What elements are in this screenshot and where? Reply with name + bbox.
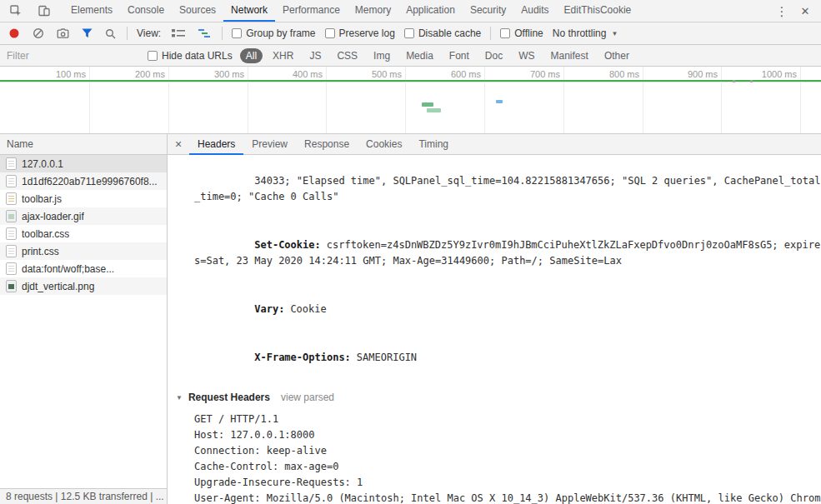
- tab-editthiscookie[interactable]: EditThisCookie: [557, 0, 639, 22]
- checkbox-label: Offline: [514, 27, 543, 39]
- view-parsed-link[interactable]: view parsed: [281, 390, 334, 406]
- tick-label: 900 ms: [688, 69, 721, 79]
- tab-application[interactable]: Application: [398, 0, 463, 22]
- show-overview-icon[interactable]: [196, 27, 213, 40]
- clear-icon[interactable]: [31, 26, 46, 41]
- header-value: Cookie: [290, 303, 326, 315]
- filter-pill-other[interactable]: Other: [598, 48, 635, 63]
- image-icon: [6, 210, 17, 222]
- close-details-icon[interactable]: ×: [168, 137, 189, 151]
- preserve-log-checkbox[interactable]: Preserve log: [325, 27, 395, 39]
- request-row[interactable]: 1d1df6220ab711e9996760f8...: [0, 172, 167, 190]
- disable-cache-checkbox[interactable]: Disable cache: [404, 27, 481, 39]
- waterfall-bar: [427, 108, 441, 112]
- gridline: [248, 67, 248, 133]
- tab-preview[interactable]: Preview: [243, 134, 296, 155]
- stylesheet-icon: [6, 227, 17, 240]
- network-main: Name 127.0.0.1 1d1df6220ab711e9996760f8.…: [0, 134, 821, 504]
- request-row[interactable]: djdt_vertical.png: [0, 277, 167, 295]
- request-name: ajax-loader.gif: [22, 211, 84, 222]
- filter-pill-doc[interactable]: Doc: [479, 48, 508, 63]
- tab-response[interactable]: Response: [296, 134, 358, 155]
- request-name: toolbar.js: [22, 193, 62, 205]
- device-toolbar-icon[interactable]: [37, 3, 52, 18]
- tab-sources[interactable]: Sources: [172, 0, 223, 22]
- group-by-frame-checkbox[interactable]: Group by frame: [232, 27, 315, 39]
- gridline: [484, 67, 485, 133]
- filter-pill-manifest[interactable]: Manifest: [545, 48, 594, 63]
- response-header-line: Vary:Cookie: [194, 286, 821, 333]
- filter-pill-js[interactable]: JS: [303, 48, 327, 63]
- network-overview-timeline[interactable]: 100 ms 200 ms 300 ms 400 ms 500 ms 600 m…: [0, 67, 821, 134]
- tick-label: 100 ms: [56, 69, 89, 79]
- gridline: [721, 67, 722, 133]
- waterfall-dot: [750, 80, 753, 82]
- filter-pill-img[interactable]: Img: [368, 48, 396, 63]
- tick-label: 300 ms: [214, 69, 248, 79]
- filter-pill-ws[interactable]: WS: [513, 48, 540, 63]
- filter-input[interactable]: [7, 50, 140, 62]
- request-row[interactable]: toolbar.css: [0, 225, 167, 242]
- record-icon[interactable]: [7, 26, 22, 41]
- request-header-line: Upgrade-Insecure-Requests: 1: [194, 475, 821, 491]
- tick-label: 700 ms: [530, 69, 563, 79]
- filter-icon[interactable]: [80, 27, 94, 40]
- offline-checkbox[interactable]: Offline: [500, 27, 543, 39]
- hide-data-urls-checkbox[interactable]: Hide data URLs: [148, 50, 233, 62]
- request-headers-toggle[interactable]: Request Headers: [188, 390, 270, 406]
- tab-network[interactable]: Network: [223, 0, 275, 22]
- tab-timing[interactable]: Timing: [410, 134, 457, 155]
- tab-memory[interactable]: Memory: [348, 0, 398, 22]
- search-icon[interactable]: [103, 27, 118, 41]
- tab-cookies[interactable]: Cookies: [358, 134, 410, 155]
- request-row[interactable]: print.css: [0, 242, 167, 260]
- tab-security[interactable]: Security: [463, 0, 513, 22]
- header-name: Vary:: [254, 303, 284, 315]
- filter-pill-all[interactable]: All: [240, 48, 263, 63]
- checkbox-icon: [148, 51, 158, 61]
- request-name: toolbar.css: [22, 228, 69, 240]
- request-name: print.css: [22, 246, 59, 257]
- inspect-element-icon[interactable]: [8, 3, 23, 18]
- tab-audits[interactable]: Audits: [513, 0, 556, 22]
- response-header-line: X-Frame-Options:SAMEORIGIN: [194, 334, 821, 382]
- request-row[interactable]: ajax-loader.gif: [0, 207, 167, 225]
- request-name: djdt_vertical.png: [22, 281, 94, 292]
- font-icon: [6, 262, 17, 275]
- request-header-line: GET / HTTP/1.1: [194, 412, 821, 427]
- filter-pill-font[interactable]: Font: [443, 48, 475, 63]
- checkbox-label: Disable cache: [418, 27, 481, 39]
- request-name: 1d1df6220ab711e9996760f8...: [22, 176, 158, 187]
- request-row[interactable]: data:font/woff;base...: [0, 260, 167, 277]
- close-devtools-icon[interactable]: ✕: [796, 2, 814, 20]
- more-menu-icon[interactable]: ⋮: [773, 2, 791, 20]
- large-rows-icon[interactable]: [170, 27, 187, 40]
- checkbox-icon: [404, 28, 414, 38]
- stylesheet-icon: [6, 245, 17, 257]
- request-row[interactable]: toolbar.js: [0, 190, 167, 207]
- tab-elements[interactable]: Elements: [63, 0, 120, 22]
- name-column-header[interactable]: Name: [0, 134, 167, 155]
- filter-pill-css[interactable]: CSS: [331, 48, 363, 63]
- panel-tabs: Elements Console Sources Network Perform…: [63, 0, 766, 22]
- throttling-value: No throttling: [553, 27, 607, 39]
- request-rows: 127.0.0.1 1d1df6220ab711e9996760f8... to…: [0, 155, 167, 488]
- capture-screenshots-icon[interactable]: [55, 27, 71, 41]
- gridline: [800, 67, 801, 133]
- throttling-dropdown[interactable]: No throttling ▼: [553, 27, 618, 39]
- triangle-down-icon[interactable]: ▼: [176, 390, 183, 406]
- tab-console[interactable]: Console: [120, 0, 172, 22]
- request-row[interactable]: 127.0.0.1: [0, 155, 167, 172]
- gridline: [643, 67, 643, 133]
- request-header-line: User-Agent: Mozilla/5.0 (Macintosh; Inte…: [194, 491, 821, 504]
- tick-label: 800 ms: [609, 69, 643, 79]
- gridline: [89, 67, 90, 133]
- tick-label: 600 ms: [451, 69, 484, 79]
- filter-pill-media[interactable]: Media: [400, 48, 439, 63]
- tab-headers[interactable]: Headers: [189, 134, 243, 155]
- document-icon: [6, 175, 17, 187]
- header-name: Set-Cookie:: [254, 239, 320, 251]
- tab-performance[interactable]: Performance: [275, 0, 348, 22]
- filter-pill-xhr[interactable]: XHR: [267, 48, 299, 63]
- gridline: [563, 67, 564, 133]
